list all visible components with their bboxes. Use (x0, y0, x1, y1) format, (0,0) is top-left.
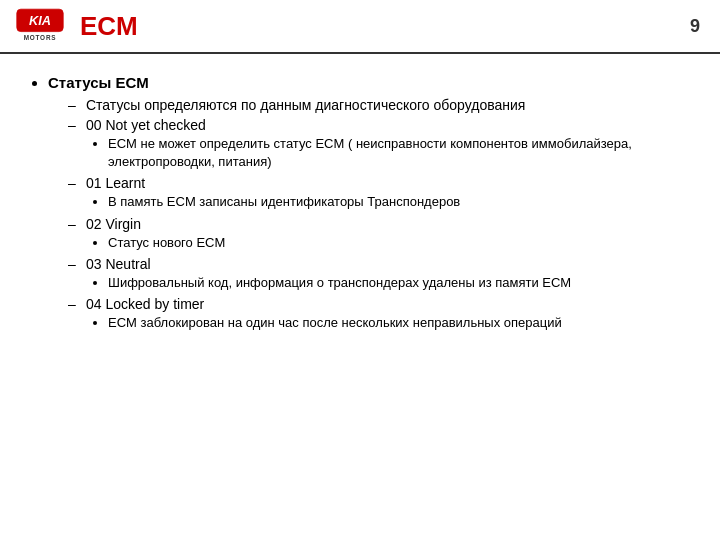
header-title: ECM (80, 11, 138, 42)
list-item: Статус нового ECM (108, 234, 696, 252)
bullet-sub-list: В память ECM записаны идентификаторы Тра… (86, 193, 696, 211)
bullet-sub-list: Шифровальный код, информация о транспонд… (86, 274, 696, 292)
list-item: В память ECM записаны идентификаторы Тра… (108, 193, 696, 211)
list-item: 04 Locked by timer ECM заблокирован на о… (68, 296, 696, 332)
child-label: ECM заблокирован на один час после неско… (108, 315, 562, 330)
list-item: Статусы определяются по данным диагности… (68, 97, 696, 113)
main-list-item: Статусы ECM Статусы определяются по данн… (48, 74, 696, 332)
item-label: 03 Neutral (86, 256, 151, 272)
child-label: В память ECM записаны идентификаторы Тра… (108, 194, 460, 209)
list-item: ECM заблокирован на один час после неско… (108, 314, 696, 332)
list-item: 03 Neutral Шифровальный код, информация … (68, 256, 696, 292)
main-list: Статусы ECM Статусы определяются по данн… (24, 74, 696, 332)
item-label: 01 Learnt (86, 175, 145, 191)
main-item-label: Статусы ECM (48, 74, 149, 91)
list-item: ECM не может определить статус ECM ( неи… (108, 135, 696, 171)
bullet-sub-list: Статус нового ECM (86, 234, 696, 252)
sub-dash-list: Статусы определяются по данным диагности… (48, 97, 696, 332)
item-label: Статусы определяются по данным диагности… (86, 97, 525, 113)
child-label: Шифровальный код, информация о транспонд… (108, 275, 571, 290)
svg-text:MOTORS: MOTORS (24, 34, 57, 41)
svg-text:KIA: KIA (29, 13, 51, 28)
item-label: 02 Virgin (86, 216, 141, 232)
page-number: 9 (690, 16, 700, 37)
main-content: Статусы ECM Статусы определяются по данн… (0, 54, 720, 358)
list-item: 01 Learnt В память ECM записаны идентифи… (68, 175, 696, 211)
page-header: KIA MOTORS ECM 9 (0, 0, 720, 54)
child-label: Статус нового ECM (108, 235, 225, 250)
item-label: 00 Not yet checked (86, 117, 206, 133)
child-label: ECM не может определить статус ECM ( неи… (108, 136, 632, 169)
bullet-sub-list: ECM заблокирован на один час после неско… (86, 314, 696, 332)
list-item: 02 Virgin Статус нового ECM (68, 216, 696, 252)
logo-area: KIA MOTORS (16, 8, 64, 44)
kia-logo: KIA MOTORS (16, 8, 64, 44)
item-label: 04 Locked by timer (86, 296, 204, 312)
list-item: Шифровальный код, информация о транспонд… (108, 274, 696, 292)
bullet-sub-list: ECM не может определить статус ECM ( неи… (86, 135, 696, 171)
list-item: 00 Not yet checked ECM не может определи… (68, 117, 696, 171)
